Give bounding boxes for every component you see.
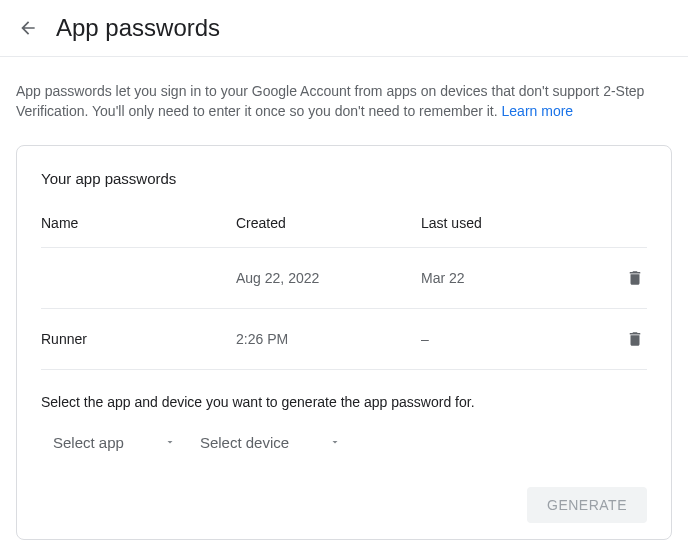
column-header-lastused: Last used (421, 215, 591, 231)
select-app-dropdown[interactable]: Select app (53, 434, 176, 451)
row-lastused: – (421, 331, 591, 347)
page-title: App passwords (56, 14, 220, 42)
page-description: App passwords let you sign in to your Go… (0, 57, 688, 129)
chevron-down-icon (164, 434, 176, 451)
table-row: Runner 2:26 PM – (41, 308, 647, 369)
table-row: Aug 22, 2022 Mar 22 (41, 247, 647, 308)
back-arrow-icon[interactable] (16, 16, 40, 40)
app-passwords-card: Your app passwords Name Created Last use… (16, 145, 672, 540)
column-header-created: Created (236, 215, 421, 231)
card-title: Your app passwords (41, 170, 647, 187)
passwords-table: Name Created Last used Aug 22, 2022 Mar … (41, 215, 647, 523)
delete-icon[interactable] (623, 327, 647, 351)
generate-button[interactable]: GENERATE (527, 487, 647, 523)
table-header: Name Created Last used (41, 215, 647, 247)
row-name: Runner (41, 331, 236, 347)
select-device-dropdown[interactable]: Select device (200, 434, 341, 451)
learn-more-link[interactable]: Learn more (502, 103, 574, 119)
column-header-name: Name (41, 215, 236, 231)
generate-section: Select the app and device you want to ge… (41, 369, 647, 523)
select-device-label: Select device (200, 434, 289, 451)
chevron-down-icon (329, 434, 341, 451)
generate-label: Select the app and device you want to ge… (41, 394, 647, 410)
row-created: 2:26 PM (236, 331, 421, 347)
row-lastused: Mar 22 (421, 270, 591, 286)
select-app-label: Select app (53, 434, 124, 451)
delete-icon[interactable] (623, 266, 647, 290)
row-created: Aug 22, 2022 (236, 270, 421, 286)
